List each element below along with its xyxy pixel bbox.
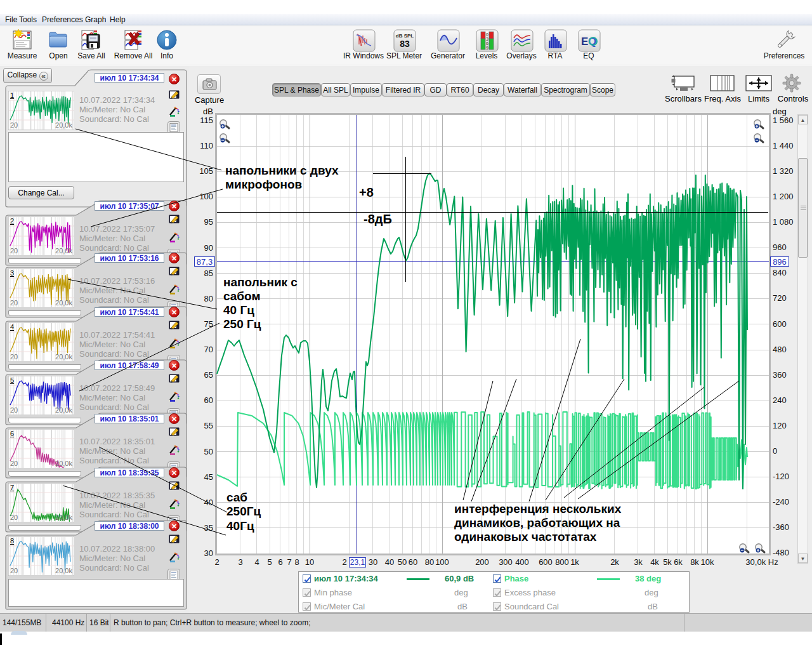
svg-text:-360: -360 bbox=[773, 522, 789, 532]
svg-text:115: 115 bbox=[200, 116, 213, 125]
svg-text:0: 0 bbox=[773, 446, 777, 456]
svg-text:микрофонов: микрофонов bbox=[225, 178, 302, 191]
svg-text:50: 50 bbox=[204, 447, 213, 456]
svg-text:250Гц: 250Гц bbox=[226, 505, 261, 518]
svg-text:250 Гц: 250 Гц bbox=[223, 317, 261, 331]
svg-text:8: 8 bbox=[294, 557, 299, 567]
svg-text:2k: 2k bbox=[610, 557, 619, 567]
svg-text:240: 240 bbox=[773, 395, 787, 405]
svg-text:800: 800 bbox=[555, 557, 569, 567]
svg-text:480: 480 bbox=[773, 345, 787, 354]
svg-text:200: 200 bbox=[475, 557, 489, 567]
svg-text:80: 80 bbox=[204, 294, 213, 303]
svg-text:45: 45 bbox=[204, 472, 213, 482]
svg-text:5k: 5k bbox=[663, 557, 672, 567]
svg-text:840: 840 bbox=[773, 268, 787, 277]
svg-text:напольники с двух: напольники с двух bbox=[225, 164, 339, 177]
svg-text:40Гц: 40Гц bbox=[226, 519, 254, 533]
svg-text:40 Гц: 40 Гц bbox=[223, 303, 254, 317]
svg-text:+8: +8 bbox=[359, 185, 374, 199]
svg-text:4k: 4k bbox=[650, 557, 659, 567]
svg-text:50: 50 bbox=[398, 557, 407, 567]
svg-text:2: 2 bbox=[342, 557, 346, 567]
svg-text:-480: -480 bbox=[773, 548, 789, 557]
svg-text:5: 5 bbox=[267, 557, 272, 567]
svg-text:сабом: сабом bbox=[223, 289, 261, 303]
svg-text:1 200: 1 200 bbox=[773, 192, 794, 201]
svg-text:-240: -240 bbox=[773, 497, 789, 507]
svg-text:75: 75 bbox=[204, 319, 213, 329]
svg-text:саб: саб bbox=[226, 491, 247, 504]
svg-text:40: 40 bbox=[385, 557, 394, 567]
svg-text:85: 85 bbox=[204, 269, 213, 278]
svg-text:7: 7 bbox=[287, 557, 291, 567]
svg-text:30: 30 bbox=[204, 548, 213, 558]
svg-text:120: 120 bbox=[773, 421, 787, 430]
svg-text:300: 300 bbox=[499, 557, 513, 567]
svg-text:динамиков, работающих на: динамиков, работающих на bbox=[454, 516, 620, 529]
svg-text:6k: 6k bbox=[674, 557, 683, 567]
svg-text:10: 10 bbox=[305, 557, 314, 567]
svg-text:8k: 8k bbox=[690, 557, 699, 567]
svg-text:30,0k Hz: 30,0k Hz bbox=[745, 557, 778, 567]
svg-text:600: 600 bbox=[773, 319, 787, 329]
svg-text:60: 60 bbox=[204, 395, 213, 405]
svg-text:100: 100 bbox=[435, 557, 449, 567]
svg-text:40: 40 bbox=[204, 498, 213, 507]
svg-text:3k: 3k bbox=[634, 557, 643, 567]
svg-text:6: 6 bbox=[278, 557, 282, 567]
svg-text:напольник с: напольник с bbox=[223, 275, 298, 289]
svg-text:60: 60 bbox=[409, 557, 417, 567]
svg-text:10k: 10k bbox=[701, 557, 714, 567]
svg-text:100: 100 bbox=[199, 192, 213, 201]
svg-text:одинаковых частотатах: одинаковых частотатах bbox=[454, 530, 597, 543]
svg-text:55: 55 bbox=[204, 421, 213, 430]
svg-text:70: 70 bbox=[204, 345, 213, 354]
svg-text:1 320: 1 320 bbox=[773, 166, 794, 176]
svg-text:95: 95 bbox=[204, 217, 213, 227]
svg-text:110: 110 bbox=[200, 141, 213, 150]
svg-text:3: 3 bbox=[238, 557, 242, 567]
svg-text:720: 720 bbox=[773, 293, 787, 303]
svg-text:4: 4 bbox=[254, 557, 259, 567]
svg-text:105: 105 bbox=[199, 166, 213, 176]
svg-text:360: 360 bbox=[773, 370, 787, 380]
svg-text:400: 400 bbox=[515, 557, 529, 567]
svg-text:-8дБ: -8дБ bbox=[363, 212, 392, 226]
svg-text:1 560: 1 560 bbox=[773, 116, 794, 125]
svg-text:65: 65 bbox=[204, 370, 213, 380]
svg-text:80: 80 bbox=[425, 557, 434, 567]
svg-text:интерференция нескольких: интерференция нескольких bbox=[454, 502, 622, 515]
svg-text:2: 2 bbox=[214, 557, 219, 567]
svg-text:90: 90 bbox=[204, 243, 213, 253]
svg-text:1 440: 1 440 bbox=[773, 141, 794, 150]
svg-text:960: 960 bbox=[773, 242, 787, 252]
svg-text:30: 30 bbox=[369, 557, 377, 567]
svg-text:1k: 1k bbox=[570, 557, 579, 567]
svg-text:1 080: 1 080 bbox=[773, 217, 794, 227]
svg-text:600: 600 bbox=[539, 557, 553, 567]
svg-text:-120: -120 bbox=[773, 472, 789, 481]
